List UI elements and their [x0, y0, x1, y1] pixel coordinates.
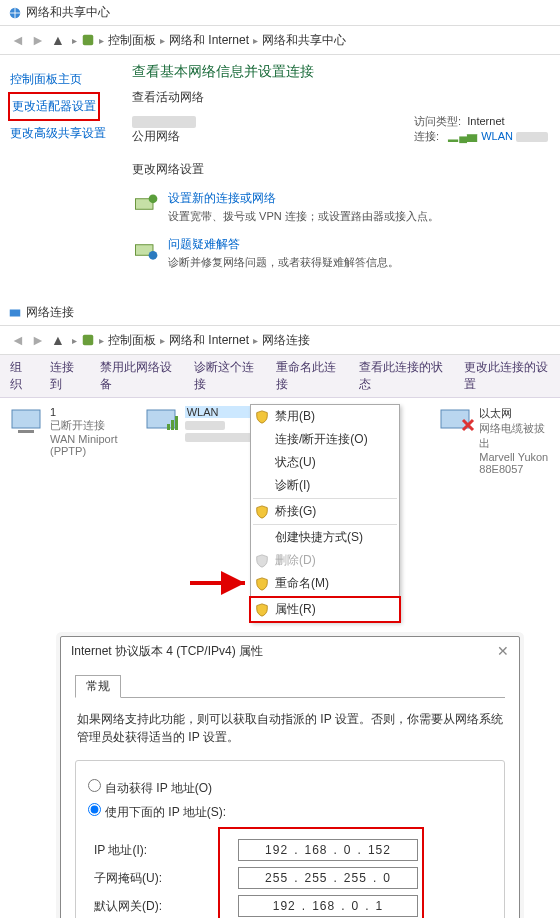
- svg-rect-12: [171, 420, 174, 430]
- crumb-net-internet[interactable]: 网络和 Internet: [169, 32, 249, 49]
- conn-name: WLAN: [185, 406, 255, 418]
- tab-general[interactable]: 常规: [75, 675, 121, 698]
- shield-icon: [255, 410, 269, 424]
- svg-rect-7: [83, 335, 94, 346]
- adapter-icon: [10, 406, 46, 436]
- mask-input[interactable]: 255.255.255.0: [238, 867, 418, 889]
- up-arrow-icon[interactable]: ▲: [48, 30, 68, 50]
- toolbar: 组织 连接到 禁用此网络设备 诊断这个连接 重命名此连接 查看此连接的状态 更改…: [0, 355, 560, 398]
- crumb-net-sharing[interactable]: 网络和共享中心: [262, 32, 346, 49]
- conn-sub1: 网络电缆被拔出: [479, 421, 550, 451]
- tb-organize[interactable]: 组织: [10, 359, 32, 393]
- ctx-connect[interactable]: 连接/断开连接(O): [251, 428, 399, 451]
- network-name-blur: [132, 116, 196, 128]
- window2-titlebar: 网络连接: [0, 300, 560, 325]
- tb-connect-to[interactable]: 连接到: [50, 359, 82, 393]
- tb-change-settings[interactable]: 更改此连接的设置: [464, 359, 550, 393]
- svg-point-5: [149, 251, 158, 260]
- new-connection-icon: [132, 190, 160, 218]
- ctx-rename[interactable]: 重命名(M): [251, 572, 399, 595]
- dialog-intro: 如果网络支持此功能，则可以获取自动指派的 IP 设置。否则，你需要从网络系统管理…: [77, 710, 503, 746]
- link-new-connection-title[interactable]: 设置新的连接或网络: [168, 190, 439, 207]
- gw-input[interactable]: 192.168.0.1: [238, 895, 418, 917]
- link-troubleshoot-title[interactable]: 问题疑难解答: [168, 236, 399, 253]
- svg-rect-13: [175, 416, 178, 430]
- conn-sub1: 已断开连接: [50, 418, 121, 433]
- dialog-titlebar: Internet 协议版本 4 (TCP/IPv4) 属性 ✕: [61, 637, 519, 666]
- conn-sub2: WAN Miniport (PPTP): [50, 433, 121, 457]
- change-net-label: 更改网络设置: [132, 161, 548, 178]
- crumb-control-panel[interactable]: 控制面板: [108, 332, 156, 349]
- adapter-blur: [185, 433, 255, 442]
- conn-name: 1: [50, 406, 121, 418]
- shield-icon: [255, 505, 269, 519]
- nav-adapter-settings[interactable]: 更改适配器设置: [10, 94, 98, 119]
- ssid-blur: [516, 132, 548, 142]
- radio-manual-ip[interactable]: 使用下面的 IP 地址(S):: [88, 803, 492, 821]
- shield-icon: [255, 554, 269, 568]
- ctx-properties[interactable]: 属性(R): [249, 596, 401, 623]
- wifi-icon: ▂▄▆: [448, 130, 478, 142]
- conn-ethernet[interactable]: 以太网 网络电缆被拔出 Marvell Yukon 88E8057: [439, 406, 550, 600]
- network-icon: [8, 306, 22, 320]
- control-panel-icon: [81, 33, 95, 47]
- ctx-status[interactable]: 状态(U): [251, 451, 399, 474]
- svg-rect-1: [83, 35, 94, 46]
- tb-diagnose[interactable]: 诊断这个连接: [194, 359, 259, 393]
- connection-label: 连接:: [414, 130, 439, 142]
- close-icon[interactable]: ✕: [497, 643, 509, 660]
- svg-rect-10: [147, 410, 175, 428]
- network-category: 公用网络: [132, 128, 414, 145]
- window1-title: 网络和共享中心: [26, 4, 110, 21]
- fwd-arrow-icon: ►: [28, 30, 48, 50]
- ip-input[interactable]: 192.168.0.152: [238, 839, 418, 861]
- left-nav: 控制面板主页 更改适配器设置 更改高级共享设置: [0, 63, 120, 282]
- conn-sub2: Marvell Yukon 88E8057: [479, 451, 550, 475]
- ctx-disable[interactable]: 禁用(B): [251, 405, 399, 428]
- conn-name: 以太网: [479, 406, 550, 421]
- breadcrumb-1: ◄ ► ▲ ▸ ▸ 控制面板 ▸ 网络和 Internet ▸ 网络和共享中心: [0, 25, 560, 55]
- active-net-label: 查看活动网络: [132, 89, 548, 106]
- up-arrow-icon[interactable]: ▲: [48, 330, 68, 350]
- crumb-net-internet[interactable]: 网络和 Internet: [169, 332, 249, 349]
- adapter-icon: [145, 406, 181, 436]
- troubleshoot-icon: [132, 236, 160, 264]
- svg-point-3: [149, 194, 158, 203]
- ctx-shortcut[interactable]: 创建快捷方式(S): [251, 526, 399, 549]
- conn-wlan[interactable]: WLAN: [145, 406, 256, 600]
- back-arrow-icon[interactable]: ◄: [8, 30, 28, 50]
- shield-icon: [255, 577, 269, 591]
- access-type-label: 访问类型:: [414, 115, 461, 127]
- context-menu: 禁用(B) 连接/断开连接(O) 状态(U) 诊断(I) 桥接(G) 创建快捷方…: [250, 404, 400, 622]
- breadcrumb-2: ◄ ► ▲ ▸ ▸ 控制面板 ▸ 网络和 Internet ▸ 网络连接: [0, 325, 560, 355]
- dialog-title: Internet 协议版本 4 (TCP/IPv4) 属性: [71, 643, 263, 660]
- connection-link[interactable]: WLAN: [481, 130, 513, 142]
- svg-rect-8: [12, 410, 40, 428]
- tb-rename[interactable]: 重命名此连接: [276, 359, 341, 393]
- crumb-net-connections[interactable]: 网络连接: [262, 332, 310, 349]
- sep-icon: ▸: [68, 35, 81, 46]
- ip-label: IP 地址(I):: [94, 842, 214, 859]
- link-new-connection[interactable]: 设置新的连接或网络 设置宽带、拨号或 VPN 连接；或设置路由器或接入点。: [132, 190, 548, 224]
- nav-adv-sharing[interactable]: 更改高级共享设置: [8, 121, 112, 146]
- tb-disable[interactable]: 禁用此网络设备: [100, 359, 176, 393]
- adapter-icon: [439, 406, 475, 436]
- conn-pptp[interactable]: 1 已断开连接 WAN Miniport (PPTP): [10, 406, 121, 600]
- radio-auto-ip[interactable]: 自动获得 IP 地址(O): [88, 779, 492, 797]
- fwd-arrow-icon: ►: [28, 330, 48, 350]
- link-troubleshoot-desc: 诊断并修复网络问题，或者获得疑难解答信息。: [168, 255, 399, 270]
- access-type-value: Internet: [467, 115, 504, 127]
- ctx-bridge[interactable]: 桥接(G): [251, 500, 399, 523]
- ctx-diagnose[interactable]: 诊断(I): [251, 474, 399, 497]
- link-troubleshoot[interactable]: 问题疑难解答 诊断并修复网络问题，或者获得疑难解答信息。: [132, 236, 548, 270]
- svg-rect-11: [167, 424, 170, 430]
- mask-label: 子网掩码(U):: [94, 870, 214, 887]
- tb-view-status[interactable]: 查看此连接的状态: [359, 359, 445, 393]
- back-arrow-icon[interactable]: ◄: [8, 330, 28, 350]
- svg-rect-14: [441, 410, 469, 428]
- svg-rect-9: [18, 430, 34, 433]
- ip-group: 自动获得 IP 地址(O) 使用下面的 IP 地址(S): IP 地址(I): …: [75, 760, 505, 918]
- crumb-control-panel[interactable]: 控制面板: [108, 32, 156, 49]
- nav-cp-home[interactable]: 控制面板主页: [8, 67, 112, 92]
- svg-rect-6: [10, 309, 21, 316]
